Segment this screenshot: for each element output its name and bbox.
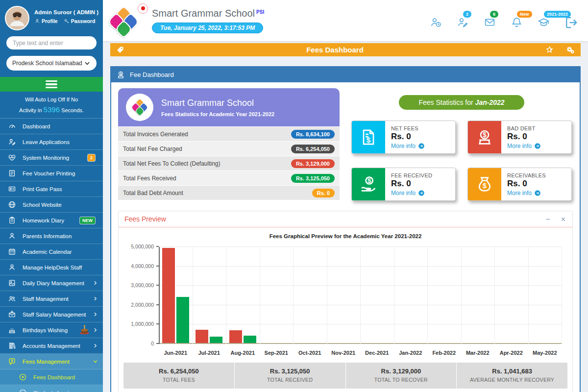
x-axis-label: Aug-2021 (226, 350, 260, 356)
person-icon (34, 18, 40, 24)
page-title-bar: Fees Dashboard (110, 43, 581, 56)
sidebar-item-fee-voucher-printing[interactable]: Fee Voucher Printing (0, 166, 103, 181)
close-icon[interactable] (560, 216, 566, 222)
sidebar-item-label: Homework Diary (23, 218, 80, 223)
sidebar-item-leave-applications[interactable]: Leave Applications (0, 134, 103, 150)
sidebar-item-accounts-management[interactable]: Accounts Management (0, 338, 103, 354)
hamburger-icon (46, 80, 57, 89)
minimize-icon[interactable] (545, 216, 551, 222)
x-axis-label: Nov-2021 (327, 350, 361, 356)
stat-card-label: BAD DEBT (507, 125, 541, 131)
search-input[interactable] (6, 36, 97, 49)
x-axis-label: Jan-2022 (394, 350, 428, 356)
grad-cap-icon[interactable]: 2021-2022 (538, 16, 550, 28)
notification-badge: 2 (463, 11, 471, 18)
notification-badge: New (517, 11, 532, 18)
stat-value-badge: Rs. 3,125,050 (291, 174, 335, 183)
sidebar-item-dashboard[interactable]: Dashboard (0, 119, 103, 134)
more-info-link[interactable]: More info (391, 190, 432, 196)
arrow-circle-icon (534, 143, 541, 149)
stat-card-label: RECEIVABLES (507, 172, 546, 178)
sidebar-item-parents-information[interactable]: Parents Information (0, 228, 103, 244)
sidebar-item-staff-salary-management[interactable]: Staff Salary Management (0, 307, 103, 322)
envelope-icon[interactable]: 6 (484, 16, 496, 28)
x-axis-label: Feb-2022 (427, 350, 461, 356)
sidebar-item-manage-helpdesk-staff[interactable]: Manage HelpDesk Staff (0, 260, 103, 275)
sidebar-item-academic-calendar[interactable]: Academic Calendar (0, 244, 103, 260)
x-axis-label: Sep-2021 (260, 350, 294, 356)
stat-label: Total Bad Debt Amount (123, 190, 183, 196)
sidebar-item-label: School Website (23, 202, 98, 208)
sidebar-item-label: Staff Salary Management (23, 312, 93, 318)
month-stats-month: Jan-2022 (475, 98, 505, 106)
sidebar-toggle-button[interactable] (0, 77, 103, 92)
chart-bar-aug-2021-total-fees (229, 330, 242, 343)
stat-card-body: NET FEESRs. 0More info (385, 121, 431, 153)
y-axis-label: 4,000,000 (122, 263, 154, 269)
avatar-photo (6, 7, 28, 29)
stat-card-value: Rs. 0 (507, 179, 546, 189)
sidebar-item-label: Dashboard (23, 123, 98, 129)
autolog-seconds: 5396 (44, 105, 60, 114)
more-info-link[interactable]: More info (507, 143, 541, 149)
sidebar: Admin Suroor ( ADMIN ) Profile Password … (0, 0, 103, 392)
chevron-down-icon (84, 60, 91, 67)
favorite-icon[interactable] (545, 46, 554, 54)
bell-icon[interactable]: New (511, 16, 523, 28)
stat-value-badge: Rs. 8,634,100 (291, 130, 335, 139)
topbar: Smart Grammar SchoolPSI Tue, January 25,… (103, 0, 588, 41)
sidebar-item-fees-management[interactable]: $Fees Management (0, 354, 103, 369)
sidebar-item-students-invoices[interactable]: Students Invoices (0, 385, 103, 392)
clipboard-icon (8, 216, 16, 224)
profile-link[interactable]: Profile (34, 18, 58, 24)
stat-card-label: NET FEES (391, 125, 425, 131)
sidebar-item-fees-dashboard[interactable]: Fees Dashboard (0, 369, 103, 385)
gridline-vertical (193, 247, 193, 344)
sidebar-item-staff-management[interactable]: Staff Management (0, 291, 103, 307)
x-axis-label: May-2022 (528, 350, 562, 356)
page-heading: Fees Dashboard (124, 46, 545, 54)
arrow-circle-icon (418, 143, 425, 149)
more-info-link[interactable]: More info (507, 190, 546, 196)
settings-icon[interactable] (566, 46, 575, 54)
hand-coin-icon: $ (352, 168, 385, 200)
sidebar-item-daily-diary-management[interactable]: Daily Diary Management (0, 275, 103, 291)
school-suffix: PSI (256, 9, 264, 15)
stat-label: Total Net Fees To Collect (Defaulting) (123, 160, 220, 167)
sidebar-item-system-monitoring[interactable]: System Monitoring2 (0, 150, 103, 166)
fees-chart: 01,000,0002,000,0003,000,0004,000,0005,0… (122, 243, 568, 357)
panel-body: Smart Grammar School Fees Statistics for… (111, 82, 580, 392)
tag-icon (116, 46, 124, 54)
stat-label: Total Fees Received (123, 175, 176, 182)
stat-card-value: Rs. 0 (391, 179, 432, 189)
user-pen-icon[interactable]: 2 (457, 16, 469, 28)
user-clock-icon[interactable] (430, 16, 442, 28)
gridline-vertical (327, 247, 327, 344)
footer-stat-value: Rs. 6,254,050 (125, 368, 232, 375)
sidebar-item-label: Fees Dashboard (33, 374, 98, 380)
chev-right-icon (93, 343, 98, 348)
stat-value-badge: Rs. 0 (312, 189, 335, 197)
y-axis-label: 0 (122, 341, 154, 346)
people-icon (8, 294, 16, 303)
y-axis-label: 1,000,000 (122, 321, 154, 327)
summary-column: Smart Grammar School Fees Statistics for… (118, 88, 340, 201)
chev-right-icon (93, 296, 98, 301)
password-link[interactable]: Password (64, 18, 96, 24)
school-select[interactable]: Prodesk School Islamabad (6, 56, 97, 71)
sidebar-item-birthdays-wishing[interactable]: Birthdays Wishing (0, 322, 103, 338)
play-icon (19, 373, 27, 381)
sidebar-item-label: Leave Applications (23, 139, 98, 145)
brand-block: Smart Grammar SchoolPSI Tue, January 25,… (152, 8, 264, 33)
sidebar-item-homework-diary[interactable]: Homework DiaryNEW (0, 213, 103, 228)
chart-title: Fees Graphical Preview for the Academic … (122, 233, 568, 239)
more-info-link[interactable]: More info (391, 143, 425, 149)
stat-card-receivables: $RECEIVABLESRs. 0More info (467, 168, 572, 201)
fee-dashboard-panel: $ Fee Dashboard Smart Grammar School Fee… (110, 66, 581, 392)
month-stats-column: Fees Statistics for Jan-2022 $NET FEESRs… (350, 88, 573, 201)
sidebar-item-print-gate-pass[interactable]: Print Gate Pass (0, 181, 103, 197)
sidebar-item-school-website[interactable]: School Website (0, 197, 103, 213)
user-name: Admin Suroor ( ADMIN ) (34, 9, 98, 15)
avatar[interactable] (5, 6, 29, 30)
school-select-value: Prodesk School Islamabad (12, 60, 82, 67)
